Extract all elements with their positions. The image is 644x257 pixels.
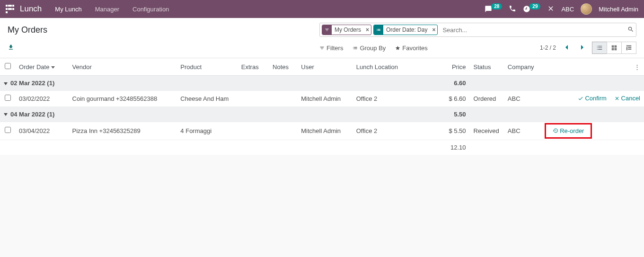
col-status[interactable]: Status	[470, 58, 504, 76]
optional-columns[interactable]: ⋮	[630, 58, 644, 76]
pager-next[interactable]	[577, 43, 588, 53]
caret-down-icon	[4, 82, 8, 85]
group-price-sum: 6.60	[435, 76, 469, 91]
cell-date: 03/02/2022	[15, 91, 68, 107]
activities-button[interactable]: 29	[523, 5, 540, 13]
facet-filter-label: My Orders	[332, 27, 364, 33]
nav-configuration[interactable]: Configuration	[132, 6, 169, 13]
export-button[interactable]	[8, 44, 14, 52]
group-header[interactable]: 02 Mar 2022 (1) 6.60	[0, 76, 644, 91]
col-order-date[interactable]: Order Date	[15, 58, 68, 76]
cell-status: Received	[470, 122, 504, 140]
group-header[interactable]: 04 Mar 2022 (1) 5.50	[0, 106, 644, 122]
kanban-icon	[611, 44, 618, 51]
chevron-left-icon	[565, 44, 568, 50]
nav-my-lunch[interactable]: My Lunch	[55, 6, 81, 13]
reorder-highlight: Re-order	[545, 123, 592, 139]
control-panel: My Orders My Orders × Order Date: Day ×	[0, 18, 644, 58]
cell-extras	[238, 122, 269, 140]
table-row[interactable]: 03/02/2022 Coin gourmand +32485562388 Ch…	[0, 91, 644, 107]
pager-text: 1-2 / 2	[540, 44, 556, 51]
confirm-button[interactable]: Confirm	[578, 95, 607, 102]
grid-icon	[626, 44, 632, 51]
top-nav: Lunch My Lunch Manager Configuration 28 …	[0, 0, 644, 18]
group-label: 04 Mar 2022 (1)	[10, 111, 54, 118]
favorites-label: Favorites	[402, 44, 427, 52]
groupby-label: Group By	[360, 44, 386, 52]
list-icon	[353, 45, 358, 51]
avatar[interactable]	[581, 3, 592, 15]
cell-product: Cheese And Ham	[176, 91, 237, 107]
cell-user: Mitchell Admin	[297, 122, 352, 140]
facet-groupby-remove[interactable]: ×	[430, 27, 437, 33]
reorder-button[interactable]: Re-order	[553, 127, 584, 134]
apps-icon[interactable]	[6, 5, 14, 13]
col-extras[interactable]: Extras	[238, 58, 269, 76]
col-location[interactable]: Lunch Location	[353, 58, 436, 76]
filters-button[interactable]: Filters	[319, 42, 343, 54]
cell-price: $ 6.60	[435, 91, 469, 107]
cell-notes	[269, 122, 297, 140]
favorites-button[interactable]: Favorites	[395, 42, 427, 54]
orders-table: Order Date Vendor Product Extras Notes U…	[0, 58, 644, 155]
caret-down-icon	[4, 113, 8, 116]
nav-manager[interactable]: Manager	[95, 6, 119, 13]
download-icon	[8, 44, 14, 51]
table-footer: 12.10	[0, 140, 644, 155]
pager-prev[interactable]	[561, 43, 572, 53]
cancel-button[interactable]: Cancel	[614, 95, 640, 102]
company-switcher[interactable]: ABC	[561, 6, 574, 13]
table-row[interactable]: 03/04/2022 Pizza Inn +32456325289 4 Form…	[0, 122, 644, 140]
col-notes[interactable]: Notes	[269, 58, 297, 76]
table-header-row: Order Date Vendor Product Extras Notes U…	[0, 58, 644, 76]
search-bar[interactable]: My Orders × Order Date: Day ×	[319, 23, 636, 37]
phone-icon	[509, 5, 516, 12]
phone-button[interactable]	[509, 5, 516, 14]
pivot-view-button[interactable]	[621, 42, 636, 54]
user-name[interactable]: Mitchell Admin	[599, 6, 638, 13]
page-title: My Orders	[8, 25, 47, 35]
kanban-view-button[interactable]	[607, 42, 622, 54]
col-product[interactable]: Product	[176, 58, 237, 76]
select-all-checkbox[interactable]	[5, 63, 11, 69]
facet-filter: My Orders ×	[322, 25, 371, 35]
col-price[interactable]: Price	[435, 58, 469, 76]
messages-count: 28	[491, 3, 502, 9]
view-switcher	[592, 42, 636, 54]
close-icon	[614, 96, 620, 101]
search-icon[interactable]	[627, 26, 634, 34]
col-company[interactable]: Company	[504, 58, 545, 76]
row-checkbox[interactable]	[5, 95, 11, 101]
row-checkbox[interactable]	[5, 127, 11, 133]
cell-company: ABC	[504, 122, 545, 140]
cell-extras	[238, 91, 269, 107]
groupby-button[interactable]: Group By	[353, 42, 386, 54]
total-price: 12.10	[435, 140, 469, 155]
group-price-sum: 5.50	[435, 106, 469, 122]
app-brand[interactable]: Lunch	[20, 4, 42, 14]
group-label: 02 Mar 2022 (1)	[10, 80, 54, 87]
check-icon	[578, 96, 583, 101]
funnel-icon	[319, 45, 325, 51]
activities-count: 29	[529, 3, 540, 9]
cell-status: Ordered	[470, 91, 504, 107]
filters-label: Filters	[326, 44, 343, 52]
col-vendor[interactable]: Vendor	[69, 58, 177, 76]
funnel-icon	[322, 25, 332, 35]
messages-button[interactable]: 28	[485, 5, 502, 13]
search-input[interactable]	[440, 27, 625, 34]
facet-filter-remove[interactable]: ×	[364, 27, 371, 33]
list-icon	[374, 25, 383, 35]
cell-vendor: Coin gourmand +32485562388	[69, 91, 177, 107]
col-user[interactable]: User	[297, 58, 352, 76]
star-icon	[395, 45, 400, 51]
debug-close[interactable]	[547, 5, 555, 14]
nav-menu: My Lunch Manager Configuration	[55, 6, 169, 13]
list-view-button[interactable]	[592, 42, 607, 54]
history-icon	[553, 128, 558, 133]
cell-product: 4 Formaggi	[176, 122, 237, 140]
close-icon	[547, 5, 555, 12]
cell-price: $ 5.50	[435, 122, 469, 140]
cell-location: Office 2	[353, 91, 436, 107]
cell-notes	[269, 91, 297, 107]
